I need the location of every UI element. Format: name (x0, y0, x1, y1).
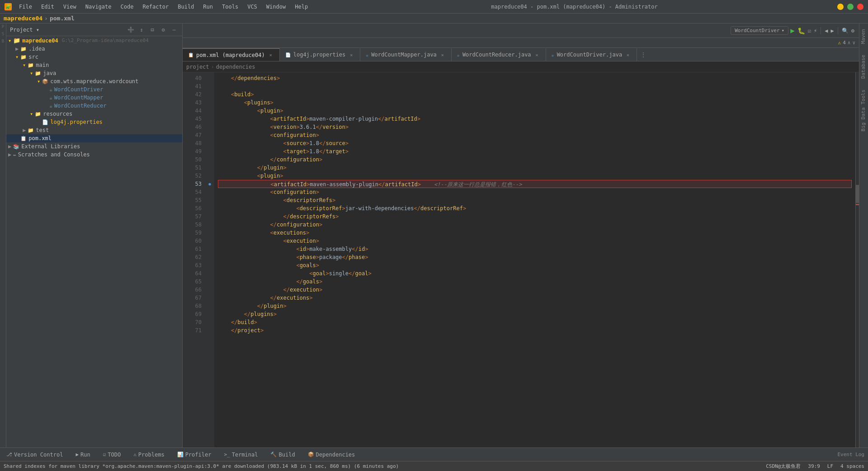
back-button[interactable]: ◀ (824, 27, 829, 35)
line-number-60: 60 (183, 237, 205, 245)
search-everywhere-button[interactable]: 🔍 (841, 27, 849, 35)
project-strip-icon[interactable]: P (2, 24, 4, 29)
tree-item-resources[interactable]: ▾ 📁 resources (6, 110, 182, 118)
tab-close-pom[interactable]: ✕ (268, 52, 274, 58)
tab-icon-driver: ☕ (552, 52, 554, 57)
menu-refactor[interactable]: Refactor (139, 3, 172, 11)
bookmarks-strip-icon[interactable]: B (2, 39, 4, 43)
tree-item-idea[interactable]: ▶ 📁 .idea (6, 45, 182, 53)
tree-item-pom[interactable]: ▶ 📋 pom.xml (6, 134, 182, 142)
tree-toolbar-collapse[interactable]: ⊟ (148, 25, 157, 34)
bottom-tab-todo[interactable]: ☑ TODO (100, 451, 124, 459)
tab-log4j[interactable]: 📄 log4j.properties ✕ (280, 48, 361, 61)
tab-icon-pom: 📋 (188, 52, 193, 57)
status-right: CSDN@太极鱼君 39:9 LF 4 spaces (766, 463, 864, 470)
menu-file[interactable]: File (15, 3, 36, 11)
tree-item-log4j[interactable]: ▶ 📄 log4j.properties (6, 118, 182, 126)
menu-view[interactable]: View (60, 3, 80, 11)
tab-close-reducer[interactable]: ✕ (534, 52, 540, 58)
database-panel-label[interactable]: Database (859, 49, 868, 84)
scroll-indicator[interactable] (855, 72, 859, 447)
line-number-42: 42 (183, 90, 205, 99)
line-number-67: 67 (183, 294, 205, 302)
line-number-61: 61 (183, 245, 205, 253)
event-log-button[interactable]: Event Log (837, 452, 864, 457)
maximize-button[interactable]: ❐ (847, 4, 854, 10)
bottom-tab-problems[interactable]: ⚠ Problems (131, 451, 167, 459)
project-tree: Project ▾ ➕ ↕ ⊟ ⚙ — ▾ 📁 mapreduce04 G:\2… (6, 24, 183, 447)
menu-window[interactable]: Window (263, 3, 289, 11)
tab-reducer[interactable]: ☕ WordCountReducer.java ✕ (452, 48, 546, 61)
structure-strip-icon[interactable]: S (2, 32, 4, 36)
menu-vcs[interactable]: VCS (244, 3, 261, 11)
code-line-52: <plugin> (218, 172, 852, 180)
code-line-65: </goals> (218, 278, 852, 286)
tree-item-java[interactable]: ▾ 📁 java (6, 69, 182, 77)
tree-item-reducer[interactable]: ▶ ☕ WordCountReducer (6, 102, 182, 110)
gutter-cell-52 (205, 172, 214, 180)
tab-label-pom: pom.xml (mapreduce04) (196, 52, 265, 58)
gutter-cell-40 (205, 74, 214, 82)
line-number-48: 48 (183, 139, 205, 147)
tree-item-ext-libs[interactable]: ▶ 📚 External Libraries (6, 142, 182, 151)
menu-run[interactable]: Run (199, 3, 217, 11)
status-lf[interactable]: LF (827, 463, 833, 470)
tree-item-driver[interactable]: ▶ ☕ WordCountDriver (6, 85, 182, 94)
menu-edit[interactable]: Edit (38, 3, 58, 11)
bottom-tab-version-control[interactable]: ⎇ Version Control (4, 451, 66, 459)
line-number-51: 51 (183, 164, 205, 172)
coverage-button[interactable]: ☑ (807, 27, 812, 35)
code-line-70: </build> (218, 318, 852, 326)
bottom-tab-terminal[interactable]: >_ Terminal (221, 451, 260, 459)
app-icon: 🧩 (5, 3, 12, 10)
status-position[interactable]: 39:9 (808, 463, 820, 470)
bottom-tab-run[interactable]: ▶ Run (73, 451, 93, 459)
tab-close-mapper[interactable]: ✕ (439, 52, 446, 58)
warning-chevron[interactable]: ∧ (848, 40, 851, 46)
menu-help[interactable]: Help (291, 3, 311, 11)
todo-label: TODO (108, 452, 121, 458)
tree-toolbar-minus[interactable]: — (170, 25, 179, 34)
tree-item-main[interactable]: ▾ 📁 main (6, 61, 182, 69)
tab-close-driver[interactable]: ✕ (625, 52, 631, 58)
tree-toolbar-scroll[interactable]: ↕ (137, 25, 146, 34)
tab-icon-reducer: ☕ (457, 52, 460, 57)
tree-item-src[interactable]: ▾ 📁 src (6, 53, 182, 61)
status-encoding[interactable]: 4 spaces (840, 463, 864, 470)
tree-item-scratches[interactable]: ▶ ✏ Scratches and Consoles (6, 151, 182, 159)
maven-panel-label[interactable]: Maven (859, 24, 868, 49)
bottom-tab-dependencies[interactable]: 📦 Dependencies (305, 451, 358, 459)
forward-button[interactable]: ▶ (830, 27, 835, 35)
tree-item-mapper[interactable]: ▶ ☕ WordCountMapper (6, 94, 182, 102)
run-button[interactable]: ▶ (789, 25, 796, 36)
menu-build[interactable]: Build (174, 3, 198, 11)
menu-code[interactable]: Code (117, 3, 137, 11)
tab-mapper[interactable]: ☕ WordCountMapper.java ✕ (360, 48, 452, 61)
tabs-bar: 📋 pom.xml (mapreduce04) ✕ 📄 log4j.proper… (183, 48, 859, 61)
tree-toolbar-add[interactable]: ➕ (126, 25, 135, 34)
run-config-dropdown[interactable]: WordCountDriver ▾ (731, 26, 788, 35)
minimize-button[interactable]: — (837, 4, 844, 10)
code-line-40: </dependencies> (218, 74, 852, 82)
warning-chevron-down[interactable]: ∨ (852, 40, 855, 46)
tree-toolbar-settings[interactable]: ⚙ (159, 25, 168, 34)
tree-root[interactable]: ▾ 📁 mapreduce04 G:\2_Program-idea\mapred… (6, 36, 182, 45)
menu-navigate[interactable]: Navigate (82, 3, 115, 11)
tree-item-package[interactable]: ▾ 📦 com.wts.mapreduce.wordcount (6, 77, 182, 85)
code-line-68: </plugin> (218, 302, 852, 310)
tab-driver[interactable]: ☕ WordCountDriver.java ✕ (546, 48, 637, 61)
tree-item-test[interactable]: ▶ 📁 test (6, 126, 182, 134)
tabs-more-button[interactable]: ⋮ (637, 48, 650, 61)
bigdata-panel-label[interactable]: Big Data Tools (859, 84, 868, 137)
close-button[interactable]: ✕ (857, 4, 863, 10)
tab-close-log4j[interactable]: ✕ (348, 52, 354, 58)
bottom-tab-profiler[interactable]: 📊 Profiler (175, 451, 214, 459)
tab-pom-xml[interactable]: 📋 pom.xml (mapreduce04) ✕ (183, 48, 280, 61)
profile-button[interactable]: ⚡ (813, 27, 818, 35)
settings-button[interactable]: ⚙ (850, 27, 855, 35)
menu-tools[interactable]: Tools (218, 3, 242, 11)
bottom-tab-build[interactable]: 🔨 Build (268, 451, 297, 459)
code-content[interactable]: </dependencies> <build> <plugins> <plugi… (214, 72, 855, 447)
debug-button[interactable]: 🐛 (797, 26, 806, 35)
main-area: P S B Project ▾ ➕ ↕ ⊟ ⚙ — ▾ 📁 mapreduce0… (0, 24, 868, 447)
